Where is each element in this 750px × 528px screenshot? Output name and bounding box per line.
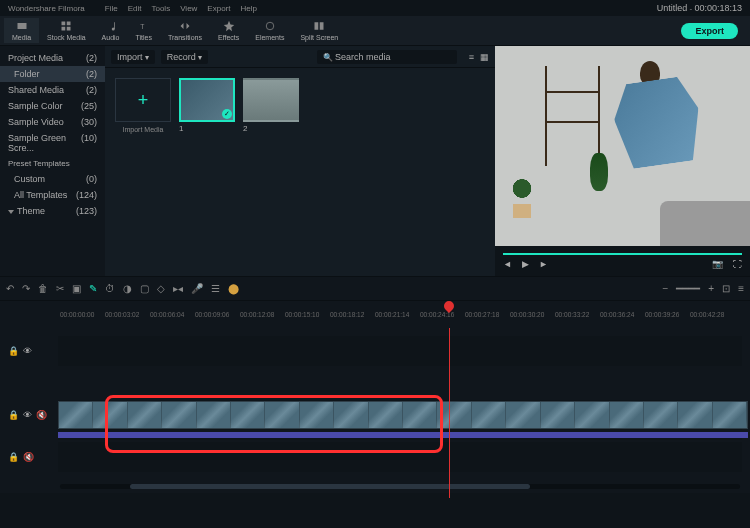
- record-dropdown[interactable]: Record ▾: [161, 50, 208, 64]
- zoom-slider[interactable]: ━━━━: [676, 283, 700, 294]
- preview-progress[interactable]: [503, 253, 742, 255]
- tab-effects[interactable]: Effects: [210, 18, 247, 43]
- mark-in-icon[interactable]: ▸◂: [173, 283, 183, 294]
- ruler-tick: 00:00:30:20: [510, 311, 544, 318]
- green-screen-icon[interactable]: ▢: [140, 283, 149, 294]
- project-title: Untitled - 00:00:18:13: [657, 3, 742, 13]
- svg-rect-3: [62, 27, 66, 31]
- keyframe-icon[interactable]: ◇: [157, 283, 165, 294]
- mixer-icon[interactable]: ☰: [211, 283, 220, 294]
- export-button[interactable]: Export: [681, 23, 738, 39]
- ruler-tick: 00:00:12:08: [240, 311, 274, 318]
- mute-icon[interactable]: 🔇: [36, 410, 47, 420]
- snapshot-icon[interactable]: 📷: [712, 259, 723, 269]
- ruler-tick: 00:00:03:02: [105, 311, 139, 318]
- media-clip-1[interactable]: ✓ 1: [179, 78, 235, 133]
- lock-icon[interactable]: 🔒: [8, 346, 19, 356]
- manage-tracks-icon[interactable]: ≡: [738, 283, 744, 294]
- sort-icon[interactable]: ≡: [469, 52, 474, 62]
- eye-icon[interactable]: 👁: [23, 346, 32, 356]
- import-label: Import Media: [115, 126, 171, 133]
- crop-icon[interactable]: ▣: [72, 283, 81, 294]
- tab-elements[interactable]: Elements: [247, 18, 292, 43]
- lock-icon[interactable]: 🔒: [8, 410, 19, 420]
- delete-icon[interactable]: 🗑: [38, 283, 48, 294]
- tab-media[interactable]: Media: [4, 18, 39, 43]
- svg-rect-10: [320, 22, 324, 30]
- render-icon[interactable]: ⬤: [228, 283, 239, 294]
- track-body[interactable]: [58, 336, 742, 366]
- color-icon[interactable]: ◑: [123, 283, 132, 294]
- import-media-button[interactable]: +: [115, 78, 171, 122]
- timeline-scrollbar[interactable]: [60, 484, 740, 489]
- track-overlay: 🔒👁: [0, 336, 750, 366]
- menu-export[interactable]: Export: [207, 4, 230, 13]
- edit-icon[interactable]: ✎: [89, 283, 97, 294]
- fullscreen-icon[interactable]: ⛶: [733, 259, 742, 269]
- media-clip-2[interactable]: 2: [243, 78, 299, 133]
- ruler-tick: 00:00:27:18: [465, 311, 499, 318]
- track-body[interactable]: [58, 400, 742, 430]
- track-body[interactable]: [58, 442, 742, 472]
- timeline-ruler[interactable]: 00:00:00:00 00:00:03:02 00:00:06:04 00:0…: [0, 300, 750, 328]
- grid-view-icon[interactable]: ▦: [480, 52, 489, 62]
- menu-tools[interactable]: Tools: [151, 4, 170, 13]
- sidebar-sample-color[interactable]: Sample Color(25): [0, 98, 105, 114]
- tab-stock[interactable]: Stock Media: [39, 18, 94, 43]
- sidebar-custom[interactable]: Custom(0): [0, 171, 105, 187]
- sidebar-sample-video[interactable]: Sample Video(30): [0, 114, 105, 130]
- svg-point-8: [266, 22, 274, 30]
- svg-rect-9: [315, 22, 319, 30]
- menu-help[interactable]: Help: [240, 4, 256, 13]
- sidebar-folder[interactable]: Folder(2): [0, 66, 105, 82]
- redo-icon[interactable]: ↷: [22, 283, 30, 294]
- zoom-out-icon[interactable]: −: [662, 283, 668, 294]
- timeline: 🔒👁 🔒👁🔇 🔒🔇: [0, 328, 750, 493]
- sidebar-all-templates[interactable]: All Templates(124): [0, 187, 105, 203]
- menu-file[interactable]: File: [105, 4, 118, 13]
- track-video: 🔒👁🔇: [0, 400, 750, 430]
- sidebar-sample-green[interactable]: Sample Green Scre...(10): [0, 130, 105, 156]
- svg-rect-1: [62, 22, 66, 26]
- top-menu: File Edit Tools View Export Help: [105, 4, 257, 13]
- lock-icon[interactable]: 🔒: [8, 452, 19, 462]
- zoom-fit-icon[interactable]: ⊡: [722, 283, 730, 294]
- zoom-in-icon[interactable]: +: [708, 283, 714, 294]
- tab-split[interactable]: Split Screen: [292, 18, 346, 43]
- ruler-tick: 00:00:42:28: [690, 311, 724, 318]
- ruler-tick: 00:00:33:22: [555, 311, 589, 318]
- svg-rect-2: [67, 22, 71, 26]
- audio-clip[interactable]: [58, 432, 748, 438]
- split-icon[interactable]: ✂: [56, 283, 64, 294]
- svg-rect-4: [67, 27, 71, 31]
- voiceover-icon[interactable]: 🎤: [191, 283, 203, 294]
- eye-icon[interactable]: 👁: [23, 410, 32, 420]
- tab-transitions[interactable]: Transitions: [160, 18, 210, 43]
- svg-rect-6: [114, 22, 115, 29]
- import-dropdown[interactable]: Import ▾: [111, 50, 155, 64]
- svg-text:T: T: [140, 23, 144, 30]
- tab-titles[interactable]: TTitles: [128, 18, 160, 43]
- timeline-toolbar: ↶ ↷ 🗑 ✂ ▣ ✎ ⏱ ◑ ▢ ◇ ▸◂ 🎤 ☰ ⬤ − ━━━━ + ⊡ …: [0, 276, 750, 300]
- tab-audio[interactable]: Audio: [94, 18, 128, 43]
- undo-icon[interactable]: ↶: [6, 283, 14, 294]
- sidebar-shared[interactable]: Shared Media(2): [0, 82, 105, 98]
- menu-edit[interactable]: Edit: [128, 4, 142, 13]
- video-clip[interactable]: [58, 401, 748, 429]
- clip-label: 1: [179, 124, 235, 133]
- search-input[interactable]: 🔍 Search media: [317, 50, 457, 64]
- play-icon[interactable]: ▶: [522, 259, 529, 269]
- sidebar-theme[interactable]: Theme(123): [0, 203, 105, 219]
- preview-panel: ◄ ▶ ► 📷 ⛶: [495, 46, 750, 276]
- track-audio: [0, 432, 750, 440]
- check-icon: ✓: [222, 109, 232, 119]
- speed-icon[interactable]: ⏱: [105, 283, 115, 294]
- preview-viewport[interactable]: [495, 46, 750, 246]
- ruler-tick: 00:00:39:26: [645, 311, 679, 318]
- next-frame-icon[interactable]: ►: [539, 259, 548, 269]
- prev-frame-icon[interactable]: ◄: [503, 259, 512, 269]
- mute-icon[interactable]: 🔇: [23, 452, 34, 462]
- track-body[interactable]: [58, 432, 742, 440]
- sidebar-project-media[interactable]: Project Media(2): [0, 50, 105, 66]
- menu-view[interactable]: View: [180, 4, 197, 13]
